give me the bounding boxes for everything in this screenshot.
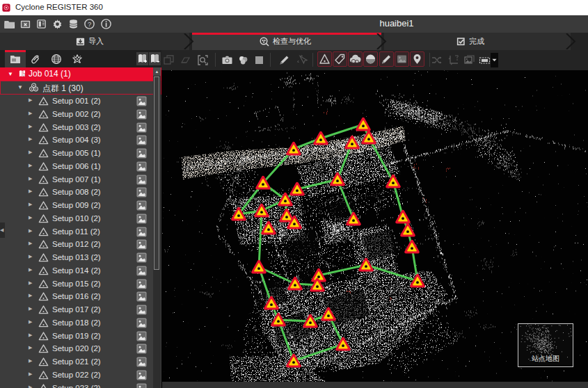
svg-text:?: ? bbox=[88, 20, 91, 28]
